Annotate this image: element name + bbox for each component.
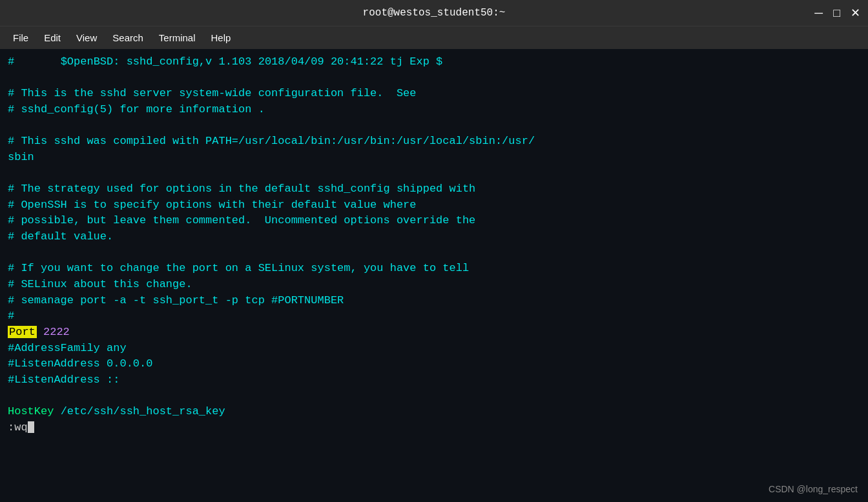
- title-bar: root@westos_student50:~ ─ □ ✕: [0, 0, 868, 26]
- menu-view[interactable]: View: [68, 30, 105, 46]
- menu-bar: File Edit View Search Terminal Help: [0, 26, 868, 49]
- window-controls: ─ □ ✕: [814, 7, 860, 19]
- menu-file[interactable]: File: [5, 30, 36, 46]
- menu-edit[interactable]: Edit: [36, 30, 68, 46]
- window-title: root@westos_student50:~: [363, 7, 506, 19]
- watermark: CSDN @long_respect: [769, 484, 858, 494]
- minimize-button[interactable]: ─: [814, 7, 823, 19]
- terminal-content: # $OpenBSD: sshd_config,v 1.103 2018/04/…: [8, 54, 860, 436]
- close-button[interactable]: ✕: [851, 7, 860, 19]
- terminal-window[interactable]: # $OpenBSD: sshd_config,v 1.103 2018/04/…: [0, 49, 868, 502]
- menu-help[interactable]: Help: [203, 30, 239, 46]
- menu-terminal[interactable]: Terminal: [151, 30, 203, 46]
- maximize-button[interactable]: □: [833, 7, 840, 19]
- menu-search[interactable]: Search: [105, 30, 151, 46]
